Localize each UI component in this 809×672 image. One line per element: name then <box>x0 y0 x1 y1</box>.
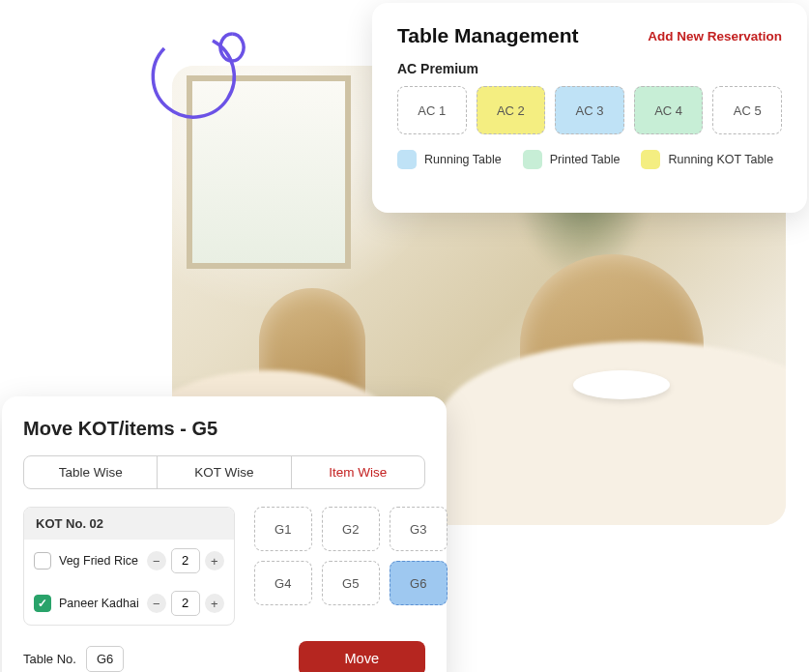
decrement-button[interactable]: − <box>147 551 166 570</box>
item-name: Paneer Kadhai <box>59 597 139 610</box>
move-kot-title: Move KOT/items - G5 <box>23 418 425 440</box>
quantity-stepper: − 2 + <box>147 591 224 616</box>
move-kot-card: Move KOT/items - G5 Table Wise KOT Wise … <box>2 396 447 672</box>
target-g4[interactable]: G4 <box>254 561 312 605</box>
table-management-card: Table Management Add New Reservation AC … <box>372 3 807 213</box>
item-row-veg-fried-rice: Veg Fried Rice − 2 + <box>24 540 234 582</box>
table-no-group: Table No. G6 <box>23 646 124 672</box>
table-chip-ac4[interactable]: AC 4 <box>634 86 704 134</box>
section-label: AC Premium <box>397 61 782 76</box>
item-name: Veg Fried Rice <box>59 554 139 568</box>
tab-table-wise[interactable]: Table Wise <box>24 456 158 488</box>
swatch-printed <box>523 150 542 169</box>
legend-printed: Printed Table <box>523 150 621 169</box>
target-g6[interactable]: G6 <box>390 561 448 605</box>
table-chip-ac1[interactable]: AC 1 <box>397 86 467 134</box>
table-management-title: Table Management <box>397 24 578 47</box>
legend-running: Running Table <box>397 150 502 169</box>
table-no-value[interactable]: G6 <box>86 646 124 672</box>
table-chip-ac2[interactable]: AC 2 <box>477 86 546 134</box>
legend-row: Running Table Printed Table Running KOT … <box>397 150 782 169</box>
tab-item-wise[interactable]: Item Wise <box>292 456 424 488</box>
mode-tabs: Table Wise KOT Wise Item Wise <box>23 455 425 489</box>
tables-row: AC 1 AC 2 AC 3 AC 4 AC 5 <box>397 86 782 134</box>
decrement-button[interactable]: − <box>147 594 166 613</box>
table-chip-ac5[interactable]: AC 5 <box>712 86 782 134</box>
increment-button[interactable]: + <box>205 594 224 613</box>
tab-kot-wise[interactable]: KOT Wise <box>158 456 291 488</box>
item-row-paneer-kadhai: Paneer Kadhai − 2 + <box>24 582 234 625</box>
move-button[interactable]: Move <box>299 641 425 672</box>
target-table-grid: G1 G2 G3 G4 G5 G6 <box>254 507 448 605</box>
target-g1[interactable]: G1 <box>254 507 312 551</box>
increment-button[interactable]: + <box>205 551 224 570</box>
checkbox-paneer-kadhai[interactable] <box>34 595 51 612</box>
target-g3[interactable]: G3 <box>390 507 448 551</box>
legend-printed-label: Printed Table <box>550 153 621 166</box>
quantity-value[interactable]: 2 <box>171 591 200 616</box>
target-g2[interactable]: G2 <box>322 507 380 551</box>
quantity-stepper: − 2 + <box>147 548 224 573</box>
quantity-value[interactable]: 2 <box>171 548 200 573</box>
legend-kot: Running KOT Table <box>641 150 773 169</box>
checkbox-veg-fried-rice[interactable] <box>34 552 51 570</box>
legend-running-label: Running Table <box>424 153 502 166</box>
swatch-kot <box>641 150 660 169</box>
swatch-running <box>397 150 417 169</box>
target-g5[interactable]: G5 <box>322 561 380 605</box>
table-chip-ac3[interactable]: AC 3 <box>555 86 624 134</box>
table-no-label: Table No. <box>23 652 76 666</box>
kot-box: KOT No. 02 Veg Fried Rice − 2 + Paneer K… <box>23 507 235 626</box>
add-new-reservation-link[interactable]: Add New Reservation <box>648 29 782 44</box>
kot-header: KOT No. 02 <box>24 508 234 540</box>
legend-kot-label: Running KOT Table <box>668 153 773 166</box>
